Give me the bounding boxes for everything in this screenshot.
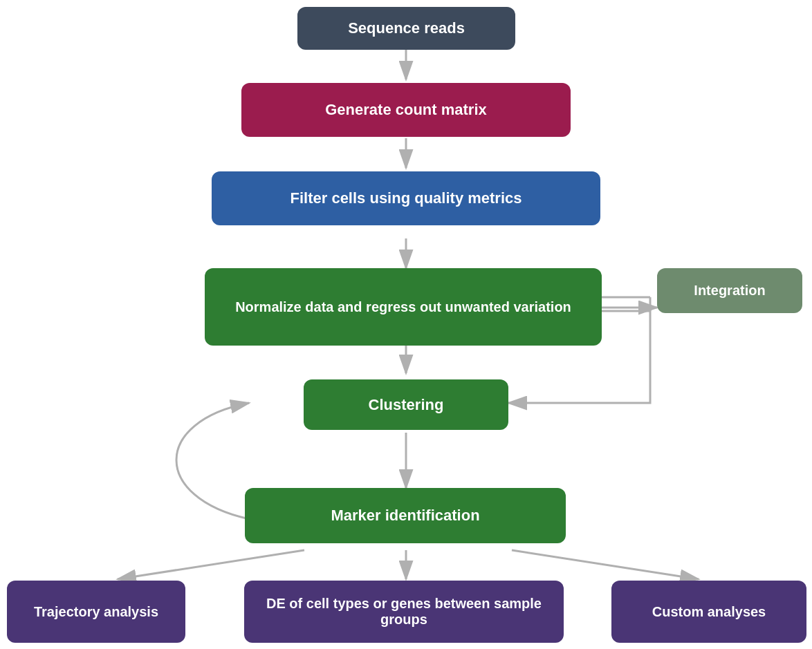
filter-cells-label: Filter cells using quality metrics (290, 189, 522, 207)
integration-box: Integration (657, 268, 802, 313)
de-analysis-label: DE of cell types or genes between sample… (244, 596, 564, 628)
normalize-label: Normalize data and regress out unwanted … (235, 299, 571, 315)
marker-id-box: Marker identification (245, 488, 566, 543)
filter-cells-box: Filter cells using quality metrics (212, 171, 600, 225)
custom-label: Custom analyses (652, 604, 766, 620)
clustering-label: Clustering (369, 396, 444, 414)
clustering-box: Clustering (304, 379, 508, 430)
svg-line-12 (512, 550, 699, 579)
marker-id-label: Marker identification (331, 507, 479, 525)
count-matrix-box: Generate count matrix (241, 83, 571, 137)
integration-label: Integration (694, 283, 765, 299)
trajectory-box: Trajectory analysis (7, 581, 185, 643)
de-analysis-box: DE of cell types or genes between sample… (244, 581, 564, 643)
svg-line-11 (118, 550, 304, 579)
count-matrix-label: Generate count matrix (325, 101, 487, 119)
sequence-reads-label: Sequence reads (348, 19, 465, 37)
diagram-container: Sequence reads Generate count matrix Fil… (0, 0, 812, 649)
sequence-reads-box: Sequence reads (297, 7, 515, 50)
normalize-box: Normalize data and regress out unwanted … (205, 268, 602, 346)
custom-box: Custom analyses (611, 581, 806, 643)
trajectory-label: Trajectory analysis (34, 604, 158, 620)
